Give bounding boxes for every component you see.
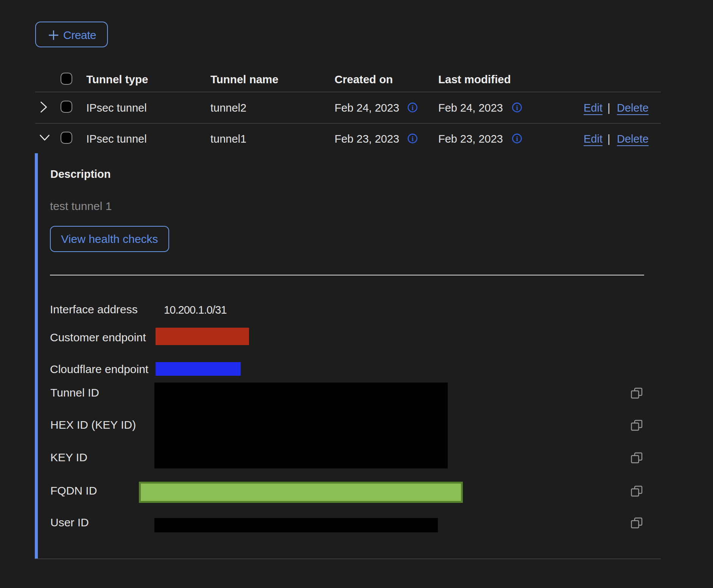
svg-text:i: i [516,104,518,112]
svg-text:i: i [412,104,414,112]
svg-text:i: i [516,135,518,143]
svg-text:i: i [412,135,414,143]
